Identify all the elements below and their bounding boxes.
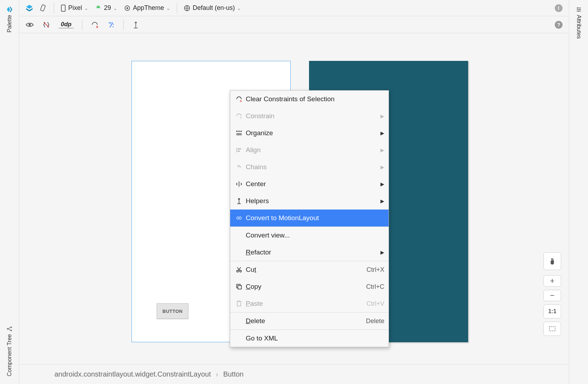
svg-line-10 [97, 6, 98, 6]
menu-organize[interactable]: Organize ▶ [230, 125, 389, 142]
menu-copy[interactable]: Copy Ctrl+C [230, 278, 389, 295]
attributes-tab[interactable]: Attributes [576, 1, 582, 44]
svg-point-38 [237, 217, 239, 219]
svg-point-39 [239, 217, 241, 219]
chevron-down-icon: ⌄ [113, 5, 117, 11]
locale-selector[interactable]: Default (en-us) ⌄ [181, 3, 244, 13]
menu-goto-xml[interactable]: Go to XML [230, 330, 389, 347]
align-icon [234, 147, 244, 154]
context-menu: x Clear Constraints of Selection + Const… [230, 90, 389, 347]
menu-label: Clear Constraints of Selection [246, 95, 334, 103]
breadcrumb-separator: › [216, 370, 218, 378]
warning-icon: ! [555, 4, 563, 12]
svg-point-0 [7, 328, 8, 330]
menu-cut[interactable]: Cut Ctrl+X [230, 261, 389, 278]
view-options-button[interactable] [23, 20, 37, 30]
clear-constraints-icon: x [234, 96, 244, 103]
zoom-out-button[interactable]: − [543, 290, 561, 301]
clear-constraints-button[interactable]: x [88, 19, 101, 30]
autoconnect-button[interactable] [40, 19, 53, 30]
svg-rect-27 [238, 131, 239, 132]
svg-rect-28 [240, 131, 241, 132]
submenu-arrow-icon: ▶ [380, 250, 384, 255]
menu-label: Chains [246, 163, 267, 171]
svg-rect-7 [62, 5, 65, 11]
button-widget[interactable]: BUTTON [157, 303, 188, 319]
menu-label: Convert to MotionLayout [246, 214, 319, 222]
zoom-reset-button[interactable]: 1:1 [543, 304, 561, 319]
guidelines-button[interactable] [129, 19, 142, 30]
menu-delete[interactable]: Delete Delete [230, 313, 389, 329]
menu-refactor[interactable]: Refactor ▶ [230, 244, 389, 261]
chevron-down-icon: ⌄ [166, 5, 170, 11]
help-button[interactable]: ? [552, 19, 565, 30]
menu-convert-view[interactable]: Convert view... [230, 227, 389, 244]
svg-rect-33 [238, 151, 240, 152]
orientation-button[interactable] [37, 3, 50, 13]
menu-convert-motionlayout[interactable]: Convert to MotionLayout [230, 210, 389, 227]
menu-align[interactable]: Align ▶ [230, 142, 389, 159]
right-side-rail: Attributes [569, 0, 588, 384]
pan-button[interactable] [543, 252, 561, 270]
help-icon: ? [555, 21, 563, 29]
svg-line-11 [99, 6, 100, 6]
menu-paste[interactable]: Paste Ctrl+V [230, 295, 389, 312]
zoom-in-button[interactable]: + [543, 275, 561, 287]
submenu-arrow-icon: ▶ [380, 164, 384, 170]
svg-rect-26 [237, 131, 238, 132]
button-widget-label: BUTTON [163, 309, 183, 314]
menu-label: Organize [246, 129, 273, 137]
submenu-arrow-icon: ▶ [380, 113, 384, 119]
component-tree-tab[interactable]: Component Tree [6, 321, 13, 381]
attributes-label: Attributes [576, 15, 582, 39]
menu-label: Refactor [246, 248, 271, 256]
copy-icon [234, 283, 244, 290]
default-margin-value: 0dp [59, 21, 74, 28]
svg-point-13 [127, 7, 128, 9]
submenu-arrow-icon: ▶ [380, 181, 384, 187]
menu-helpers[interactable]: Helpers ▶ [230, 193, 389, 210]
motion-icon [234, 214, 244, 222]
menu-clear-constraints[interactable]: x Clear Constraints of Selection [230, 91, 389, 108]
center-icon [234, 180, 244, 188]
theme-selector[interactable]: AppTheme ⌄ [121, 3, 173, 13]
chevron-down-icon: ⌄ [237, 5, 241, 11]
menu-shortcut: Ctrl+X [366, 266, 384, 274]
svg-rect-32 [238, 148, 241, 149]
menu-constrain[interactable]: + Constrain ▶ [230, 108, 389, 125]
menu-shortcut: Ctrl+C [366, 283, 384, 291]
paste-icon [234, 300, 244, 307]
menu-chains[interactable]: Chains ▶ [230, 159, 389, 176]
cut-icon [234, 266, 244, 273]
menu-label: Paste [246, 300, 263, 308]
warnings-button[interactable]: ! [552, 3, 565, 13]
separator [123, 19, 124, 30]
svg-text:+: + [240, 116, 242, 120]
menu-label: Delete [246, 317, 265, 325]
svg-point-4 [579, 9, 580, 10]
submenu-arrow-icon: ▶ [380, 130, 384, 136]
component-tree-label: Component Tree [6, 334, 13, 376]
constrain-icon: + [234, 113, 244, 120]
svg-rect-45 [238, 286, 241, 289]
breadcrumb-root[interactable]: androidx.constraintlayout.widget.Constra… [54, 370, 211, 378]
top-toolbar: Pixel ⌄ 29 ⌄ AppTheme ⌄ Default (en-us) … [19, 0, 569, 16]
menu-label: Convert view... [246, 231, 290, 239]
design-surface-button[interactable] [23, 3, 36, 13]
api-selector[interactable]: 29 ⌄ [92, 3, 120, 13]
separator [82, 19, 82, 30]
api-label: 29 [104, 4, 111, 12]
default-margin-button[interactable]: 0dp [56, 19, 76, 30]
breadcrumb-leaf[interactable]: Button [223, 370, 244, 378]
svg-rect-35 [238, 199, 240, 200]
chains-icon [234, 164, 244, 171]
menu-center[interactable]: Center ▶ [230, 176, 389, 193]
svg-rect-47 [238, 301, 240, 302]
device-selector[interactable]: Pixel ⌄ [58, 3, 91, 13]
menu-label: Center [246, 180, 266, 188]
sliders-icon [576, 6, 582, 13]
palette-tab[interactable]: Palette [6, 1, 13, 38]
infer-constraints-button[interactable] [104, 19, 118, 30]
menu-label: Copy [246, 283, 261, 291]
zoom-fit-button[interactable] [543, 322, 561, 336]
